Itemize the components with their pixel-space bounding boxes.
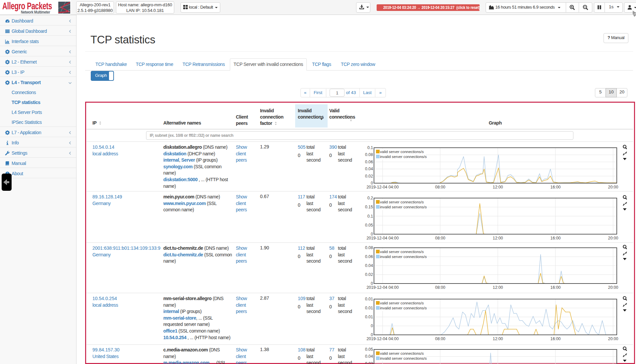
svg-text:0.01: 0.01 [365,315,373,319]
svg-text:20:00: 20:00 [608,236,618,240]
svg-text:12:00: 12:00 [493,185,503,189]
svg-text:0.06: 0.06 [365,160,373,164]
svg-text:0: 0 [371,324,373,328]
svg-text:0.1: 0.1 [367,145,373,150]
svg-text:valid server connections/s: valid server connections/s [380,150,424,154]
svg-text:0.08: 0.08 [365,245,373,250]
svg-text:invalid server connections/s: invalid server connections/s [380,155,427,159]
svg-text:0.15: 0.15 [365,205,373,209]
svg-text:08:00: 08:00 [435,185,446,189]
svg-text:16:00: 16:00 [551,285,561,290]
svg-text:2019-12-04 04:00: 2019-12-04 04:00 [366,285,398,290]
svg-text:12:00: 12:00 [493,236,503,240]
svg-text:invalid server connections/s: invalid server connections/s [380,255,427,259]
svg-text:08:00: 08:00 [435,337,446,341]
svg-text:0.03: 0.03 [365,361,373,364]
svg-text:0.02: 0.02 [365,272,373,277]
svg-text:invalid server connections/s: invalid server connections/s [380,205,427,209]
svg-text:2019-12-04 04:00: 2019-12-04 04:00 [366,337,398,341]
svg-text:0.08: 0.08 [365,152,373,157]
svg-text:12:00: 12:00 [493,285,503,290]
svg-text:invalid server connections/s: invalid server connections/s [380,306,427,310]
svg-text:20:00: 20:00 [608,337,618,341]
svg-text:0.06: 0.06 [365,254,373,259]
svg-text:valid server connections/s: valid server connections/s [380,250,424,254]
svg-text:0.04: 0.04 [365,167,373,171]
svg-text:08:00: 08:00 [435,236,446,240]
svg-text:0.04: 0.04 [365,354,373,359]
svg-text:valid server connections/s: valid server connections/s [380,351,424,355]
svg-text:20:00: 20:00 [608,285,618,290]
svg-text:valid server connections/s: valid server connections/s [380,301,424,305]
svg-text:0.01: 0.01 [365,306,373,310]
svg-text:0.05: 0.05 [365,347,373,352]
svg-text:valid server connections/s: valid server connections/s [380,200,424,204]
svg-text:16:00: 16:00 [551,337,561,341]
svg-text:0.02: 0.02 [365,174,373,179]
svg-text:16:00: 16:00 [551,236,561,240]
svg-text:0.04: 0.04 [365,263,373,268]
svg-text:2019-12-04 04:00: 2019-12-04 04:00 [366,185,398,189]
svg-text:16:00: 16:00 [551,185,561,189]
svg-text:2019-12-04 04:00: 2019-12-04 04:00 [366,236,398,240]
svg-text:invalid server connections/s: invalid server connections/s [380,356,427,360]
svg-text:0.05: 0.05 [365,223,373,228]
svg-text:0.01: 0.01 [365,297,373,301]
svg-text:0.1: 0.1 [367,214,373,219]
svg-text:08:00: 08:00 [435,285,446,290]
svg-text:0.2: 0.2 [367,196,373,200]
svg-text:12:00: 12:00 [493,337,503,341]
svg-text:20:00: 20:00 [608,185,618,189]
